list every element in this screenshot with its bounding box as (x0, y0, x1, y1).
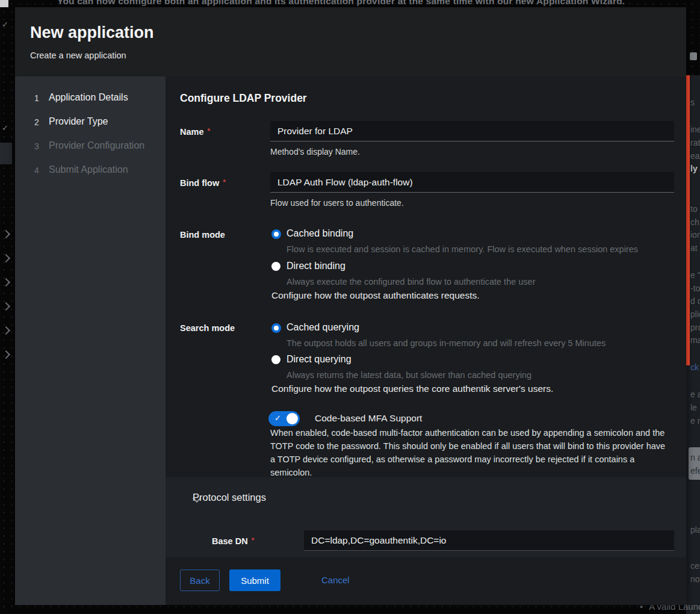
base-dn-input[interactable] (304, 530, 674, 551)
background-text-fragment: at (690, 244, 698, 253)
scrollbar-thumb (686, 75, 690, 365)
back-button[interactable]: Back (180, 569, 220, 591)
background-text-fragment: pla (690, 526, 700, 535)
step-label: Submit Application (49, 164, 128, 175)
required-marker: * (223, 178, 226, 187)
chevron-right-icon (2, 326, 10, 335)
background-text-fragment: ine (690, 125, 700, 134)
modal-subtitle: Create a new application (30, 51, 686, 60)
wizard-steps-nav: 1 Application Details 2 Provider Type 3 … (15, 76, 166, 605)
cached-binding-description: Flow is executed and session is cached i… (287, 244, 638, 254)
bind-flow-help-text: Flow used for users to authenticate. (270, 198, 404, 208)
wizard-step-provider-type[interactable]: 2 Provider Type (15, 116, 166, 131)
direct-querying-option[interactable]: Direct querying (287, 354, 352, 365)
cached-binding-option[interactable]: Cached binding (287, 228, 353, 239)
cached-querying-radio[interactable] (271, 323, 281, 333)
wizard-announcement-banner: You can now configure both an applicatio… (57, 0, 629, 7)
wizard-step-provider-configuration: 3 Provider Configuration (15, 140, 166, 155)
background-text-fragment: no (690, 575, 700, 584)
wizard-step-application-details[interactable]: 1 Application Details (15, 92, 166, 107)
step-label: Application Details (49, 92, 128, 103)
protocol-settings-section: Protocol settings Base DN* (166, 477, 686, 557)
background-text-fragment: ch (690, 218, 699, 227)
background-text-fragment: ly a (690, 164, 700, 173)
bind-flow-label: Bind flow* (180, 178, 226, 188)
cached-querying-option[interactable]: Cached querying (287, 322, 359, 333)
background-text-fragment: ma (690, 336, 700, 345)
search-mode-note: Configure how the outpost queries the co… (271, 383, 553, 394)
step-number: 1 (34, 93, 39, 103)
direct-querying-radio[interactable] (271, 355, 280, 364)
step-number: 3 (34, 141, 39, 151)
cached-binding-radio[interactable] (271, 229, 281, 239)
bind-mode-label: Bind mode (180, 230, 225, 240)
base-dn-label: Base DN* (212, 536, 254, 546)
step-label: Provider Configuration (49, 140, 144, 151)
background-text-fragment: e a (690, 390, 700, 399)
mfa-support-toggle[interactable]: ✓ (268, 411, 300, 426)
background-text-fragment: rat (690, 138, 700, 147)
background-text-fragment: le (690, 403, 697, 412)
bind-mode-note: Configure how the outpost authenticates … (271, 290, 480, 301)
step-label: Provider Type (49, 116, 108, 127)
chevron-right-icon (2, 302, 10, 311)
direct-querying-description: Always returns the latest data, but slow… (287, 370, 531, 380)
mfa-support-label[interactable]: Code-based MFA Support (315, 413, 422, 424)
submit-button[interactable]: Submit (229, 569, 280, 591)
new-application-modal: New application Create a new application… (15, 7, 686, 605)
page-background: You can now configure both an applicatio… (0, 0, 700, 614)
background-text-fragment: ces (690, 562, 700, 571)
background-text-fragment: ea (690, 152, 700, 161)
background-text-fragment: pro (690, 323, 700, 332)
background-text-fragment: e n (690, 417, 700, 426)
required-marker: * (252, 536, 255, 545)
check-icon: ✓ (274, 414, 281, 423)
background-text-fragment: d c (690, 297, 700, 306)
step-number: 2 (34, 117, 39, 127)
name-input[interactable] (270, 121, 674, 141)
name-label: Name* (180, 127, 210, 137)
step-number: 4 (34, 166, 39, 175)
chevron-right-icon (2, 350, 10, 359)
background-text-fragment: e "c (690, 271, 700, 280)
background-text-fragment: ck (690, 363, 699, 372)
background-text-fragment: ion (690, 231, 700, 240)
chevron-right-icon (2, 278, 10, 287)
required-marker: * (208, 127, 211, 135)
modal-title: New application (30, 23, 686, 42)
cancel-button[interactable]: Cancel (318, 574, 353, 586)
protocol-settings-header[interactable]: Protocol settings (193, 492, 266, 503)
bind-flow-input[interactable] (270, 172, 674, 193)
background-text-fragment: -to (690, 284, 700, 293)
cached-querying-description: The outpost holds all users and groups i… (287, 338, 606, 348)
direct-binding-description: Always execute the configured bind flow … (287, 277, 536, 287)
scrollbar-fragment (690, 52, 697, 60)
logo-fragment (0, 0, 8, 7)
background-text-fragment: efe (690, 467, 700, 476)
chevron-right-icon (2, 254, 10, 262)
background-text-fragment: plic (690, 310, 700, 319)
check-icon: ✓ (2, 124, 8, 132)
wizard-step-submit-application: 4 Submit Application (15, 164, 166, 179)
background-text-fragment: s (690, 98, 695, 107)
chevron-right-icon (2, 230, 10, 238)
modal-body: 1 Application Details 2 Provider Type 3 … (15, 76, 686, 605)
check-icon: ✓ (2, 20, 8, 28)
direct-binding-radio[interactable] (271, 262, 280, 271)
search-mode-label: Search mode (180, 323, 235, 333)
name-help-text: Method's display Name. (270, 147, 360, 157)
form-heading: Configure LDAP Provider (180, 92, 307, 105)
modal-header: New application Create a new application (15, 7, 686, 76)
toggle-knob (287, 413, 298, 424)
background-text-fragment: n a (690, 453, 700, 462)
mfa-support-description: When enabled, code-based multi-factor au… (270, 426, 667, 479)
background-text-fragment: to (690, 205, 698, 214)
provider-form: Configure LDAP Provider Name* Method's d… (166, 76, 686, 605)
sidebar-active-item-fragment (0, 143, 12, 164)
direct-binding-option[interactable]: Direct binding (287, 261, 345, 271)
